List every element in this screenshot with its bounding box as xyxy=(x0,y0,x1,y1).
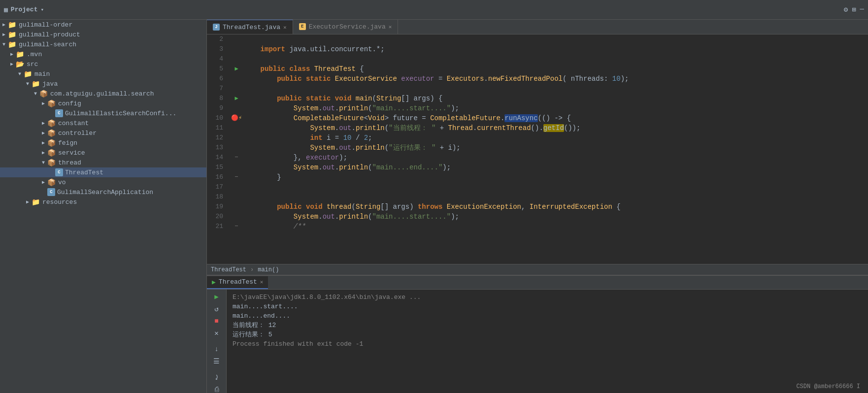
tree-arrow: ▶ xyxy=(8,51,16,57)
line-content: /** xyxy=(244,222,868,231)
tree-arrow: ▶ xyxy=(39,120,47,126)
line-gutter: ▶ xyxy=(229,64,244,74)
tab-thread-test[interactable]: J ThreadTest.java ✕ xyxy=(207,20,293,34)
line-content: import java.util.concurrent.*; xyxy=(244,44,868,54)
tree-arrow: ▶ xyxy=(39,130,47,136)
run-output-line-2: 当前线程： 12 xyxy=(233,321,862,330)
run-tab-label: ThreadTest xyxy=(219,278,257,286)
tree-item-gulimall-search[interactable]: ▼📁gulimall-search xyxy=(0,39,206,49)
filter-icon[interactable]: ☰ xyxy=(213,357,220,365)
expand-icon[interactable]: ⊞ xyxy=(852,5,856,14)
tree-arrow: ▶ xyxy=(24,199,32,205)
package-icon: 📦 xyxy=(47,149,56,157)
src-folder-icon: 📂 xyxy=(16,60,25,68)
dropdown-arrow[interactable]: ▾ xyxy=(40,6,44,13)
package-icon: 📦 xyxy=(47,139,56,147)
code-line-18: 18 xyxy=(207,192,868,202)
tree-item-com.atguigu.gulimall.search[interactable]: ▼📦com.atguigu.gulimall.search xyxy=(0,89,206,98)
package-icon: 📦 xyxy=(39,90,48,98)
tree-item-gulimall-product[interactable]: ▶📁gulimall-product xyxy=(0,30,206,39)
java-file-icon: J xyxy=(213,24,220,31)
line-number: 20 xyxy=(207,212,229,222)
tree-item-label: gulimall-product xyxy=(19,31,80,38)
tree-item-service[interactable]: ▶📦service xyxy=(0,148,206,158)
folder-icon: 📁 xyxy=(24,70,33,78)
line-content: System.out.println("当前线程： " + Thread.cur… xyxy=(244,123,868,133)
fold-gutter-icon: ─ xyxy=(235,222,238,231)
tree-item-label: gulimall-search xyxy=(19,41,76,48)
warn-gutter-icon: ⚡ xyxy=(238,113,242,123)
package-icon: 📦 xyxy=(47,99,56,107)
scroll-down-icon[interactable]: ↓ xyxy=(214,345,218,353)
line-number: 12 xyxy=(207,133,229,143)
tree-item-ThreadTest[interactable]: CThreadTest xyxy=(0,167,206,177)
tree-item-vo[interactable]: ▶📦vo xyxy=(0,177,206,187)
print-icon[interactable]: ⎙ xyxy=(215,386,219,393)
java-class-icon: C xyxy=(55,109,63,117)
tree-item-src[interactable]: ▶📂src xyxy=(0,59,206,69)
code-line-5: 5 ▶ public class ThreadTest { xyxy=(207,64,868,74)
tree-item-controller[interactable]: ▶📦controller xyxy=(0,128,206,138)
tree-item-label: vo xyxy=(58,179,66,186)
line-number: 9 xyxy=(207,103,229,113)
fold-gutter-icon: ─ xyxy=(235,172,238,182)
tree-item-java[interactable]: ▼📁java xyxy=(0,79,206,89)
tab-close-button[interactable]: ✕ xyxy=(283,24,287,31)
line-number: 16 xyxy=(207,172,229,182)
run-output-line-5: Process finished with exit code -1 xyxy=(233,339,862,349)
tab-close-button[interactable]: ✕ xyxy=(389,24,392,30)
tree-arrow: ▼ xyxy=(24,81,32,87)
exec-file-icon: E xyxy=(299,23,306,30)
wrap-icon[interactable]: ⤸ xyxy=(214,373,220,382)
line-content: System.out.println("main....start...."); xyxy=(244,212,868,222)
run-button[interactable]: ▶ xyxy=(214,293,218,301)
code-line-15: 15 System.out.println("main....end....")… xyxy=(207,163,868,172)
tree-item-label: controller xyxy=(58,130,97,137)
tree-item-mvn[interactable]: ▶📁.mvn xyxy=(0,49,206,59)
run-cmd-line: E:\javaEE\java\jdk1.8.0_1102.x64\bin\jav… xyxy=(233,293,862,302)
bottom-tabs: ▶ ThreadTest ✕ xyxy=(207,276,868,290)
code-line-19: 19 public void thread(String[] args) thr… xyxy=(207,202,868,212)
tree-item-constant[interactable]: ▶📦constant xyxy=(0,118,206,128)
breadcrumb-method: main() xyxy=(258,266,279,273)
minimize-icon[interactable]: ─ xyxy=(860,5,864,14)
code-line-6: 6 public static ExecutorService executor… xyxy=(207,74,868,84)
run-output-line-0: main....start.... xyxy=(233,302,862,311)
tab-executor-service[interactable]: E ExecutorService.java ✕ xyxy=(293,20,399,34)
tree-item-config[interactable]: ▶📦config xyxy=(0,98,206,108)
breadcrumb-class: ThreadTest xyxy=(211,266,246,273)
folder-icon: 📁 xyxy=(32,198,40,206)
line-content: public static ExecutorService executor =… xyxy=(244,74,868,84)
line-content: CompletableFuture<Void> future = Complet… xyxy=(244,113,868,123)
run-tab[interactable]: ▶ ThreadTest ✕ xyxy=(207,276,268,289)
project-sidebar: ▶📁gulimall-order▶📁gulimall-product▼📁guli… xyxy=(0,20,207,393)
code-line-20: 20 System.out.println("main....start....… xyxy=(207,212,868,222)
run-tab-close[interactable]: ✕ xyxy=(260,279,264,285)
tree-item-gulimall-order[interactable]: ▶📁gulimall-order xyxy=(0,20,206,30)
tree-item-feign[interactable]: ▶📦feign xyxy=(0,138,206,148)
tree-item-thread[interactable]: ▼📦thread xyxy=(0,158,206,167)
tree-item-label: thread xyxy=(58,159,81,166)
tree-arrow: ▶ xyxy=(39,179,47,185)
line-number: 15 xyxy=(207,163,229,172)
close-panel-button[interactable]: ✕ xyxy=(214,329,218,337)
code-line-9: 9 System.out.println("main....start...."… xyxy=(207,103,868,113)
line-number: 7 xyxy=(207,84,229,94)
folder-icon: 📁 xyxy=(32,80,40,88)
line-content: public void thread(String[] args) throws… xyxy=(244,202,868,212)
top-bar: ▦ Project ▾ ⚙ ⊞ ─ xyxy=(0,0,868,20)
rerun-button[interactable]: ↺ xyxy=(214,305,218,313)
tree-arrow: ▼ xyxy=(39,160,47,165)
tree-item-GulimallElasticSearchConfi[interactable]: CGulimallElasticSearchConfi... xyxy=(0,108,206,118)
stop-button[interactable]: ■ xyxy=(214,317,218,325)
line-number: 8 xyxy=(207,94,229,103)
package-icon: 📦 xyxy=(47,159,56,166)
tree-item-resources[interactable]: ▶📁resources xyxy=(0,197,206,207)
code-editor[interactable]: 2 3 import java.util.concurrent.*; 4 5 ▶… xyxy=(207,34,868,264)
code-line-14: 14 ─ }, executor); xyxy=(207,153,868,163)
line-content: public class ThreadTest { xyxy=(244,64,868,74)
tree-item-GulimallSearchApplication[interactable]: CGulimallSearchApplication xyxy=(0,187,206,197)
settings-icon[interactable]: ⚙ xyxy=(844,5,848,14)
tree-item-label: constant xyxy=(58,120,89,127)
tree-item-main[interactable]: ▼📁main xyxy=(0,69,206,79)
